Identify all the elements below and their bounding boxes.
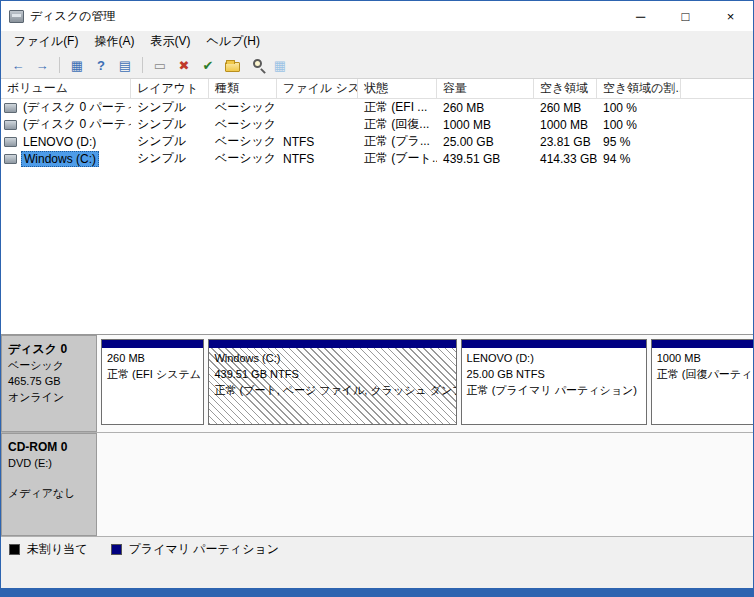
cdrom-info-panel[interactable]: CD-ROM 0 DVD (E:) メディアなし [1,433,97,536]
delete-volume-icon[interactable]: ✖ [173,55,195,76]
freespace-cell: 1000 MB [534,116,597,133]
menu-action[interactable]: 操作(A) [86,31,142,52]
disk-type: ベーシック [8,358,90,374]
disk-name: ディスク 0 [8,341,90,358]
layout-cell: シンプル [131,116,209,133]
disk-size: 465.75 GB [8,374,90,390]
status-cell: 正常 (プラ... [358,133,437,150]
partition-recovery[interactable]: 1000 MB 正常 (回復パーティショ [651,339,753,425]
unallocated-label: 未割り当て [27,541,88,558]
forward-icon[interactable]: → [31,55,53,76]
partition-color-bar [462,340,646,348]
menu-view[interactable]: 表示(V) [142,31,198,52]
type-cell: ベーシック [209,116,277,133]
back-icon[interactable]: ← [7,55,29,76]
volume-row[interactable]: (ディスク 0 パーティシ... シンプル ベーシック 正常 (回復... 10… [1,116,753,133]
open-folder-icon[interactable] [221,55,243,76]
column-header-freespace[interactable]: 空き領域 [534,79,597,98]
list-header: ボリューム レイアウト 種類 ファイル システム 状態 容量 空き領域 空き領域… [1,79,753,99]
volume-name: (ディスク 0 パーティシ... [21,99,131,116]
toolbar: ← → ▦ ? ▤ ▭ ✖ ✔ ▦ [1,52,753,79]
freepct-cell: 100 % [597,116,681,133]
status-cell: 正常 (EFI ... [358,99,437,116]
maximize-button[interactable]: □ [663,1,708,31]
partition-line: 正常 (回復パーティショ [657,367,753,383]
layout-cell: シンプル [131,99,209,116]
volume-row[interactable]: (ディスク 0 パーティシ... シンプル ベーシック 正常 (EFI ... … [1,99,753,116]
window-title: ディスクの管理 [30,8,618,25]
column-header-capacity[interactable]: 容量 [437,79,534,98]
volume-name: Windows (C:) [21,151,99,167]
action-pane-icon[interactable]: ▭ [149,55,171,76]
partition-line: 正常 (プライマリ パーティション) [467,383,641,399]
capacity-cell: 439.51 GB [437,150,534,167]
show-console-tree-icon[interactable]: ▦ [66,55,88,76]
menu-help[interactable]: ヘルプ(H) [198,31,268,52]
legend-bar: 未割り当て プライマリ パーティション [1,537,753,562]
disk-status: オンライン [8,390,90,406]
volume-icon [4,120,17,130]
capacity-cell: 25.00 GB [437,133,534,150]
type-cell: ベーシック [209,133,277,150]
volume-name: (ディスク 0 パーティシ... [21,116,131,133]
cdrom-status: メディアなし [8,486,90,502]
column-header-status[interactable]: 状態 [358,79,437,98]
disk-0-info-panel[interactable]: ディスク 0 ベーシック 465.75 GB オンライン [1,335,97,432]
mark-active-icon[interactable]: ✔ [197,55,219,76]
graphical-view: ディスク 0 ベーシック 465.75 GB オンライン 260 MB 正常 (… [1,334,753,596]
freepct-cell: 94 % [597,150,681,167]
partition-windows-c[interactable]: Windows (C:) 439.51 GB NTFS 正常 (ブート, ページ… [208,339,456,425]
column-header-filesystem[interactable]: ファイル システム [277,79,358,98]
properties-icon[interactable]: ▤ [114,55,136,76]
volume-icon [4,103,17,113]
magnifier-icon [253,59,262,68]
partition-color-bar [209,340,455,348]
cdrom-row: CD-ROM 0 DVD (E:) メディアなし [1,433,753,537]
filesystem-cell [277,116,358,133]
column-header-type[interactable]: 種類 [209,79,277,98]
status-cell: 正常 (回復... [358,116,437,133]
volume-row-selected[interactable]: Windows (C:) シンプル ベーシック NTFS 正常 (ブート... … [1,150,753,167]
partition-lenovo-d[interactable]: LENOVO (D:) 25.00 GB NTFS 正常 (プライマリ パーティ… [461,339,647,425]
filesystem-cell [277,99,358,116]
partition-line: 1000 MB [657,351,753,367]
close-button[interactable]: × [708,1,753,31]
partition-strip: 260 MB 正常 (EFI システム Windows (C:) 439.51 … [97,335,753,432]
freepct-cell: 100 % [597,99,681,116]
cdrom-name: CD-ROM 0 [8,439,90,456]
partition-efi[interactable]: 260 MB 正常 (EFI システム [101,339,204,425]
toolbar-separator [142,57,143,73]
app-icon [9,10,24,23]
partition-line: 260 MB [107,351,198,367]
minimize-button[interactable]: ─ [618,1,663,31]
cdrom-drive: DVD (E:) [8,456,90,472]
column-header-layout[interactable]: レイアウト [131,79,209,98]
unallocated-swatch [9,544,20,555]
explore-icon[interactable] [245,55,267,76]
column-header-volume[interactable]: ボリューム [1,79,131,98]
menu-file[interactable]: ファイル(F) [6,31,86,52]
partition-color-bar [652,340,753,348]
toolbar-separator [59,57,60,73]
column-header-freepct[interactable]: 空き領域の割... [597,79,681,98]
partition-line: Windows (C:) [214,351,450,367]
disk-management-window: ディスクの管理 ─ □ × ファイル(F) 操作(A) 表示(V) ヘルプ(H)… [0,0,754,597]
folder-icon [225,62,240,72]
volume-list: ボリューム レイアウト 種類 ファイル システム 状態 容量 空き領域 空き領域… [1,79,753,334]
volume-row[interactable]: LENOVO (D:) シンプル ベーシック NTFS 正常 (プラ... 25… [1,133,753,150]
freespace-cell: 23.81 GB [534,133,597,150]
bottom-filler [1,562,753,588]
column-header-filler [681,79,753,98]
primary-partition-label: プライマリ パーティション [129,541,279,558]
menubar: ファイル(F) 操作(A) 表示(V) ヘルプ(H) [1,31,753,52]
new-volume-icon[interactable]: ▦ [269,55,291,76]
partition-line: 正常 (EFI システム [107,367,198,383]
capacity-cell: 260 MB [437,99,534,116]
window-bottom-border [1,588,753,596]
help-icon[interactable]: ? [90,55,112,76]
partition-line: 439.51 GB NTFS [214,367,450,383]
volume-icon [4,154,17,164]
titlebar: ディスクの管理 ─ □ × [1,1,753,31]
partition-color-bar [102,340,203,348]
filesystem-cell: NTFS [277,133,358,150]
